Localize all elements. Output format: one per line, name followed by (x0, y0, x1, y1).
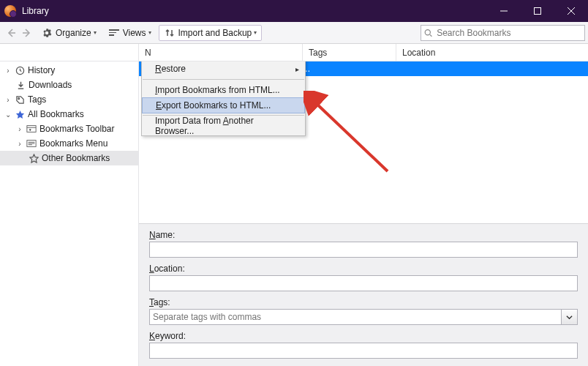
gear-icon (41, 27, 53, 39)
import-backup-label: Import and Backup (178, 28, 252, 38)
tags-input[interactable] (149, 309, 562, 325)
form-row-name: Name: (149, 230, 578, 258)
svg-rect-11 (27, 126, 36, 132)
menu-separator (143, 79, 304, 80)
organize-label: Organize (56, 28, 91, 38)
organize-button[interactable]: Organize ▾ (37, 25, 101, 41)
chevron-right-icon[interactable]: › (4, 67, 12, 75)
keyword-label: Keyword: (149, 331, 578, 341)
search-icon (424, 29, 432, 37)
chevron-down-icon: ▾ (94, 29, 97, 36)
minimize-button[interactable] (487, 0, 521, 22)
menu-item-export-html[interactable]: Export Bookmarks to HTML... (142, 97, 305, 113)
submenu-arrow-icon: ▸ (295, 65, 299, 73)
search-box[interactable] (421, 25, 585, 41)
svg-point-6 (425, 29, 430, 34)
views-label: Views (123, 28, 146, 38)
svg-line-17 (314, 102, 388, 171)
form-row-tags: Tags: (149, 297, 578, 325)
sidebar-item-other-bookmarks[interactable]: Other Bookmarks (0, 151, 138, 165)
nav-forward-button[interactable] (20, 25, 34, 41)
sidebar-item-bookmarks-menu[interactable]: › Bookmarks Menu (0, 136, 138, 151)
window-controls (487, 0, 588, 22)
download-icon (15, 79, 26, 91)
app-icon (4, 5, 16, 17)
import-backup-menu: Backup... Restore ▸ Import Bookmarks fro… (141, 61, 306, 136)
import-html-label: Import Bookmarks from HTML... (155, 85, 280, 95)
tags-label: Tags: (149, 297, 578, 307)
main-pane: ... Backup... Restore ▸ Import Bookmarks… (139, 61, 588, 366)
restore-label: Restore (155, 64, 186, 74)
views-icon (108, 27, 120, 39)
column-tags[interactable]: Tags (303, 44, 396, 61)
downloads-label: Downloads (29, 80, 72, 90)
menu-item-import-html[interactable]: Import Bookmarks from HTML... (142, 82, 305, 98)
column-name[interactable]: N (139, 44, 303, 61)
bookmarks-toolbar-label: Bookmarks Toolbar (39, 124, 115, 134)
sidebar-item-downloads[interactable]: Downloads (0, 78, 138, 92)
views-button[interactable]: Views ▾ (104, 25, 156, 41)
form-row-location: Location: (149, 264, 578, 291)
close-button[interactable] (554, 0, 588, 22)
location-input[interactable] (149, 275, 578, 291)
menu-item-import-browser[interactable]: Import Data from Another Browser... (142, 118, 305, 134)
tags-dropdown-button[interactable] (562, 309, 578, 325)
export-html-label: Export Bookmarks to HTML... (156, 100, 271, 111)
maximize-button[interactable] (521, 0, 554, 22)
keyword-input[interactable] (149, 343, 578, 359)
sidebar-item-all-bookmarks[interactable]: ⌄ All Bookmarks (0, 107, 138, 122)
star-outline-icon (28, 152, 39, 164)
sidebar-header-spacer (0, 44, 139, 61)
import-export-icon (164, 27, 176, 39)
sidebar-item-tags[interactable]: › Tags (0, 92, 138, 107)
annotation-arrow (304, 91, 399, 186)
chevron-down-icon (566, 314, 573, 321)
sidebar-item-history[interactable]: › History (0, 63, 138, 78)
all-bookmarks-label: All Bookmarks (28, 109, 84, 119)
location-label: Location: (149, 264, 578, 274)
form-row-keyword: Keyword: (149, 331, 578, 359)
import-browser-label: Import Data from Another Browser... (155, 116, 289, 136)
column-location[interactable]: Location (396, 44, 588, 61)
star-icon (14, 108, 26, 120)
details-form: Name: Location: Tags: Keyword: (139, 223, 588, 366)
tags-label: Tags (28, 94, 46, 105)
bookmarks-menu-label: Bookmarks Menu (39, 138, 108, 149)
clock-icon (14, 64, 26, 76)
sidebar: › History Downloads › Tags ⌄ All Bookmar… (0, 61, 139, 366)
menu-item-restore[interactable]: Restore ▸ (142, 61, 305, 77)
chevron-right-icon[interactable]: › (16, 125, 23, 133)
bookmarks-list[interactable]: ... Backup... Restore ▸ Import Bookmarks… (139, 61, 588, 223)
chevron-down-icon: ▾ (254, 29, 257, 36)
bookmarks-toolbar-icon (26, 123, 37, 135)
chevron-right-icon[interactable]: › (16, 140, 23, 148)
toolbar: Organize ▾ Views ▾ Import and Backup ▾ (0, 22, 588, 44)
nav-back-button[interactable] (4, 25, 18, 41)
bookmarks-menu-icon (26, 138, 37, 149)
chevron-down-icon: ▾ (148, 29, 151, 36)
search-input[interactable] (435, 27, 581, 39)
name-label: Name: (149, 230, 578, 240)
svg-line-7 (430, 34, 431, 36)
sidebar-item-bookmarks-toolbar[interactable]: › Bookmarks Toolbar (0, 122, 138, 136)
history-label: History (28, 65, 55, 75)
svg-point-10 (18, 97, 19, 99)
window-title: Library (20, 6, 49, 16)
other-bookmarks-label: Other Bookmarks (42, 153, 110, 163)
svg-rect-1 (535, 8, 541, 15)
name-input[interactable] (149, 242, 578, 258)
chevron-down-icon[interactable]: ⌄ (4, 111, 12, 119)
column-headers: N Tags Location (0, 44, 588, 61)
titlebar: Library (0, 0, 588, 22)
tag-icon (14, 94, 26, 105)
import-backup-button[interactable]: Import and Backup ▾ (159, 25, 263, 41)
chevron-right-icon[interactable]: › (4, 96, 12, 104)
